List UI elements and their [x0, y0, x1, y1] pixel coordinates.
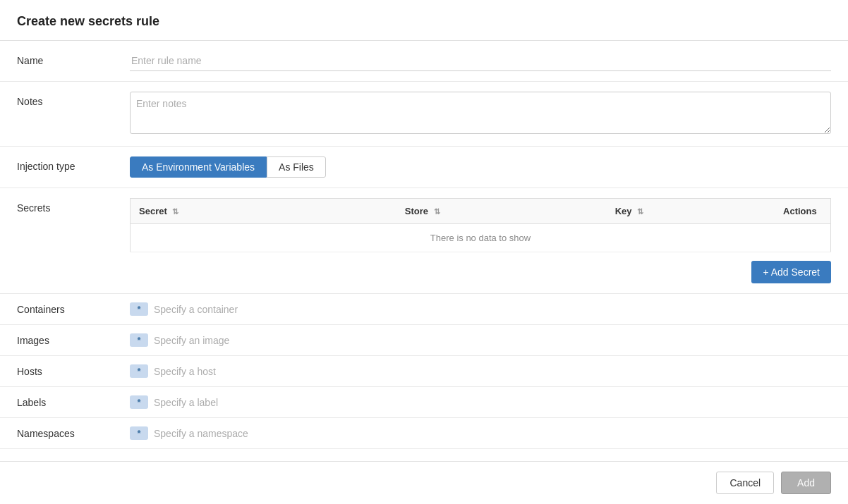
create-secrets-rule-modal: Create new secrets rule Name Notes Injec…	[0, 0, 848, 504]
injection-files-button[interactable]: As Files	[267, 156, 326, 178]
hosts-input-wrap: *	[130, 364, 831, 378]
name-field-wrap	[130, 51, 831, 71]
secrets-content: Secret ⇅ Store ⇅ Key ⇅	[130, 198, 831, 283]
add-secret-row: + Add Secret	[130, 261, 831, 283]
images-input[interactable]	[154, 335, 831, 346]
containers-row: Containers *	[0, 294, 848, 325]
images-label: Images	[17, 335, 130, 346]
images-input-wrap: *	[130, 333, 831, 347]
secrets-table-head: Secret ⇅ Store ⇅ Key ⇅	[131, 199, 831, 224]
labels-row: Labels *	[0, 387, 848, 418]
secrets-empty-text: There is no data to show	[131, 224, 831, 252]
name-input[interactable]	[130, 51, 831, 71]
notes-row: Notes	[0, 82, 848, 147]
hosts-input[interactable]	[154, 366, 831, 377]
labels-asterisk: *	[130, 395, 148, 409]
namespaces-input[interactable]	[154, 428, 831, 439]
injection-type-toggle: As Environment Variables As Files	[130, 156, 831, 178]
secrets-header-row: Secrets Secret ⇅ Store ⇅	[17, 198, 831, 283]
secrets-empty-row: There is no data to show	[131, 224, 831, 252]
namespaces-row: Namespaces *	[0, 418, 848, 449]
col-header-actions: Actions	[775, 199, 830, 224]
images-row: Images *	[0, 325, 848, 356]
containers-label: Containers	[17, 304, 130, 315]
add-secret-button[interactable]: + Add Secret	[751, 261, 831, 283]
secrets-section: Secrets Secret ⇅ Store ⇅	[0, 188, 848, 294]
col-header-secret: Secret ⇅	[131, 199, 396, 224]
notes-field-wrap	[130, 92, 831, 136]
add-button[interactable]: Add	[781, 472, 831, 494]
labels-input-wrap: *	[130, 395, 831, 409]
notes-label: Notes	[17, 92, 130, 107]
notes-input[interactable]	[130, 92, 831, 134]
labels-label: Labels	[17, 397, 130, 408]
name-label: Name	[17, 51, 130, 66]
containers-input-wrap: *	[130, 302, 831, 316]
containers-input[interactable]	[154, 304, 831, 315]
hosts-label: Hosts	[17, 366, 130, 377]
namespaces-input-wrap: *	[130, 426, 831, 440]
injection-type-row: Injection type As Environment Variables …	[0, 147, 848, 188]
injection-type-control: As Environment Variables As Files	[130, 156, 831, 178]
namespaces-asterisk: *	[130, 426, 148, 440]
labels-input[interactable]	[154, 397, 831, 408]
col-header-key: Key ⇅	[607, 199, 775, 224]
cancel-button[interactable]: Cancel	[716, 472, 774, 494]
secrets-table-header-row: Secret ⇅ Store ⇅ Key ⇅	[131, 199, 831, 224]
name-row: Name	[0, 41, 848, 82]
injection-type-label: Injection type	[17, 156, 130, 172]
modal-title: Create new secrets rule	[17, 14, 831, 29]
sort-key-icon[interactable]: ⇅	[637, 207, 643, 216]
secrets-label: Secrets	[17, 198, 130, 214]
modal-body: Name Notes Injection type As Environment…	[0, 41, 848, 461]
col-header-store: Store ⇅	[396, 199, 607, 224]
namespaces-label: Namespaces	[17, 428, 130, 439]
secrets-table-body: There is no data to show	[131, 224, 831, 252]
injection-env-button[interactable]: As Environment Variables	[130, 156, 267, 178]
sort-store-icon[interactable]: ⇅	[434, 207, 440, 216]
hosts-asterisk: *	[130, 364, 148, 378]
modal-footer: Cancel Add	[0, 461, 848, 504]
containers-asterisk: *	[130, 302, 148, 316]
modal-header: Create new secrets rule	[0, 0, 848, 41]
secrets-table: Secret ⇅ Store ⇅ Key ⇅	[130, 198, 831, 252]
sort-secret-icon[interactable]: ⇅	[172, 207, 178, 216]
images-asterisk: *	[130, 333, 148, 347]
hosts-row: Hosts *	[0, 356, 848, 387]
